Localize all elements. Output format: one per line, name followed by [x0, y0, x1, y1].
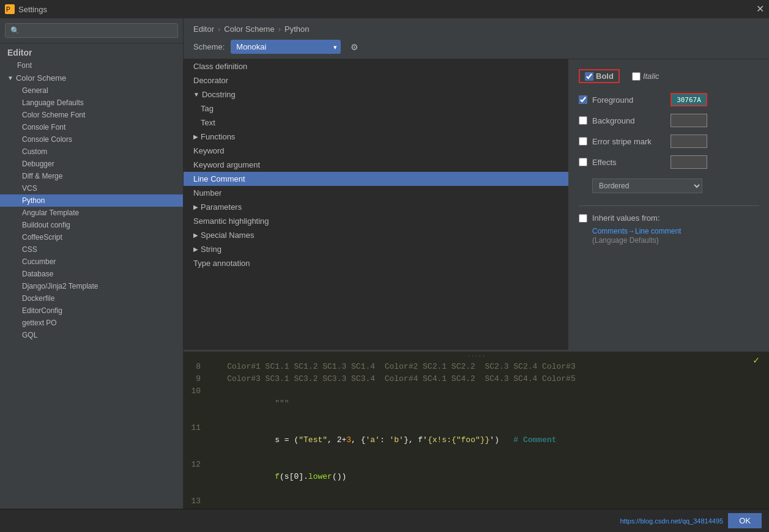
color-item-number[interactable]: Number [184, 186, 568, 200]
line-num-13: 13 [184, 495, 208, 508]
sidebar-item-font[interactable]: Font [0, 59, 183, 72]
background-checkbox[interactable] [579, 116, 587, 125]
error-stripe-checkbox[interactable] [579, 137, 587, 146]
color-group-docstring[interactable]: ▼ Docstring [184, 87, 568, 102]
options-panel: Bold Italic Foreground 30767A [569, 59, 769, 350]
close-button[interactable]: ✕ [756, 4, 764, 14]
scheme-select[interactable]: Monokai Default Darcula High contrast [231, 40, 341, 54]
sidebar-item-buildout[interactable]: Buildout config [0, 219, 183, 231]
color-group-functions[interactable]: ▶ Functions [184, 130, 568, 144]
titlebar-left: P Settings [5, 4, 47, 14]
inherit-link[interactable]: Comments→Line comment [592, 227, 681, 235]
bold-button[interactable]: Bold [579, 69, 620, 83]
divider-dots: ····· [184, 352, 769, 361]
sidebar-item-css[interactable]: CSS [0, 243, 183, 256]
color-item-text[interactable]: Text [184, 116, 568, 130]
italic-button[interactable]: Italic [627, 69, 664, 83]
effects-row: Effects [579, 155, 759, 169]
inherit-section: Inherit values from: Comments→Line comme… [579, 205, 759, 245]
effects-checkbox[interactable] [579, 158, 587, 166]
search-input[interactable] [5, 23, 178, 38]
sidebar-item-python[interactable]: Python [0, 194, 183, 207]
breadcrumb: Editor › Color Scheme › Python [184, 18, 769, 37]
breadcrumb-python: Python [284, 24, 309, 34]
sidebar-item-dockerfile[interactable]: Dockerfile [0, 292, 183, 305]
parameters-triangle: ▶ [193, 204, 198, 210]
color-item-tag[interactable]: Tag [184, 102, 568, 116]
sidebar-item-debugger[interactable]: Debugger [0, 158, 183, 170]
color-item-keyword-argument[interactable]: Keyword argument [184, 158, 568, 172]
docstring-triangle: ▼ [193, 91, 199, 98]
error-stripe-swatch[interactable] [671, 135, 707, 148]
foreground-row: Foreground 30767A [579, 93, 759, 106]
sidebar-item-gql[interactable]: GQL [0, 329, 183, 341]
line-content-8: Color#1 SC1.1 SC1.2 SC1.3 SC1.4 Color#2 … [208, 361, 769, 373]
sidebar-item-language-defaults[interactable]: Language Defaults [0, 97, 183, 109]
sidebar-item-diff-merge[interactable]: Diff & Merge [0, 170, 183, 182]
color-item-keyword[interactable]: Keyword [184, 144, 568, 158]
string-triangle: ▶ [193, 246, 198, 253]
background-color-swatch[interactable] [671, 114, 707, 127]
line-num-10: 10 [184, 385, 208, 422]
bold-italic-row: Bold Italic [579, 69, 759, 83]
code-line-9: 9 Color#3 SC3.1 SC3.2 SC3.3 SC3.4 Color#… [184, 373, 769, 385]
effects-label: Effects [592, 158, 666, 167]
color-item-type-annotation[interactable]: Type annotation [184, 256, 568, 270]
triangle-icon: ▼ [7, 75, 13, 81]
italic-checkbox[interactable] [632, 72, 641, 81]
functions-triangle: ▶ [193, 133, 198, 140]
line-num-9: 9 [184, 373, 208, 385]
special-names-triangle: ▶ [193, 232, 198, 238]
color-item-semantic-highlighting[interactable]: Semantic highlighting [184, 214, 568, 228]
color-item-class-definition[interactable]: Class definition [184, 59, 568, 73]
scheme-gear-button[interactable]: ⚙ [347, 41, 362, 53]
sidebar-item-coffeescript[interactable]: CoffeeScript [0, 231, 183, 243]
sidebar-item-django[interactable]: Django/Jinja2 Template [0, 280, 183, 292]
ok-button[interactable]: OK [728, 513, 762, 528]
sidebar-item-general[interactable]: General [0, 84, 183, 97]
sidebar-item-console-colors[interactable]: Console Colors [0, 133, 183, 146]
breadcrumb-sep1: › [218, 24, 220, 34]
inherit-sublabel: (Language Defaults) [592, 236, 659, 245]
sidebar-item-console-font[interactable]: Console Font [0, 121, 183, 133]
bold-checkbox[interactable] [585, 72, 593, 81]
sidebar-item-angular[interactable]: Angular Template [0, 207, 183, 219]
line-num-8: 8 [184, 361, 208, 373]
color-group-string[interactable]: ▶ String [184, 242, 568, 256]
line-content-9: Color#3 SC3.1 SC3.2 SC3.3 SC3.4 Color#4 … [208, 373, 769, 385]
background-label: Background [592, 116, 666, 125]
line-content-14: class Foo: [208, 508, 769, 509]
inherit-row: Inherit values from: [579, 213, 759, 223]
line-content-10: """ [208, 385, 769, 422]
editor-label: Editor [7, 48, 32, 57]
sidebar-item-gettext[interactable]: gettext PO [0, 317, 183, 329]
sidebar-item-vcs[interactable]: VCS [0, 182, 183, 194]
code-line-13: 13 [184, 495, 769, 508]
foreground-color-swatch[interactable]: 30767A [671, 93, 707, 106]
titlebar: P Settings ✕ [0, 0, 769, 18]
sidebar-tree: Editor Font ▼ Color Scheme General Langu… [0, 43, 183, 509]
color-tree: Class definition Decorator ▼ Docstring T… [184, 59, 569, 350]
code-line-11: 11 s = ("Test", 2+3, {'a': 'b'}, f'{x!s:… [184, 422, 769, 459]
scheme-select-wrap: Monokai Default Darcula High contrast [231, 40, 341, 54]
effects-dropdown-wrap: Bordered Underscored Bold underscored Wa… [592, 176, 759, 193]
sidebar-item-database[interactable]: Database [0, 268, 183, 280]
effects-dropdown[interactable]: Bordered Underscored Bold underscored Wa… [592, 179, 702, 193]
inherit-checkbox[interactable] [579, 214, 587, 223]
effects-swatch[interactable] [671, 155, 707, 169]
code-docstring: """ [256, 399, 289, 408]
sidebar-item-color-scheme-font[interactable]: Color Scheme Font [0, 109, 183, 121]
sidebar-item-editorconfig[interactable]: EditorConfig [0, 305, 183, 317]
color-group-special-names[interactable]: ▶ Special Names [184, 228, 568, 242]
sidebar-item-custom[interactable]: Custom [0, 146, 183, 158]
color-group-parameters[interactable]: ▶ Parameters [184, 200, 568, 214]
line-content-13 [208, 495, 769, 508]
sidebar-group-editor[interactable]: Editor [0, 46, 183, 59]
color-item-line-comment[interactable]: Line Comment [184, 172, 568, 186]
sidebar-group-color-scheme[interactable]: ▼ Color Scheme [0, 72, 183, 84]
check-icon: ✓ [753, 354, 759, 366]
foreground-checkbox[interactable] [579, 95, 587, 104]
inherit-link-wrap: Comments→Line comment (Language Defaults… [579, 226, 759, 245]
sidebar-item-cucumber[interactable]: Cucumber [0, 256, 183, 268]
color-item-decorator[interactable]: Decorator [184, 73, 568, 87]
